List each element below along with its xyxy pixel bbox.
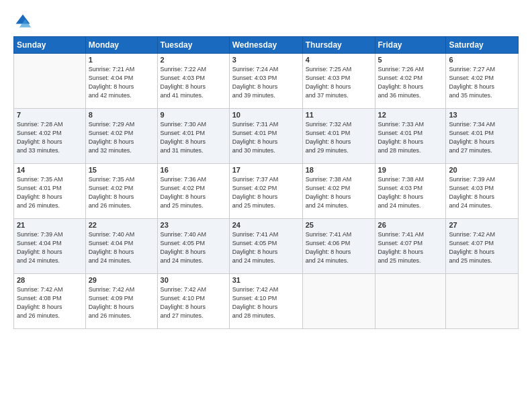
day-number: 12 [378,111,443,119]
day-info: Sunrise: 7:42 AMSunset: 4:10 PMDaylight:… [161,285,226,320]
calendar-cell: 9Sunrise: 7:30 AMSunset: 4:01 PMDaylight… [157,109,229,164]
day-info: Sunrise: 7:25 AMSunset: 4:03 PMDaylight:… [306,65,372,100]
calendar-cell: 7Sunrise: 7:28 AMSunset: 4:02 PMDaylight… [14,109,86,164]
calendar-cell: 15Sunrise: 7:35 AMSunset: 4:02 PMDayligh… [85,164,157,219]
calendar-cell: 31Sunrise: 7:42 AMSunset: 4:10 PMDayligh… [229,274,302,329]
day-info: Sunrise: 7:39 AMSunset: 4:04 PMDaylight:… [17,230,83,265]
calendar-cell: 28Sunrise: 7:42 AMSunset: 4:08 PMDayligh… [14,274,86,329]
day-info: Sunrise: 7:28 AMSunset: 4:02 PMDaylight:… [17,120,83,155]
day-number: 22 [89,221,154,229]
day-number: 31 [232,276,300,284]
calendar-cell: 2Sunrise: 7:22 AMSunset: 4:03 PMDaylight… [157,54,229,109]
day-number: 6 [449,56,515,64]
calendar-cell: 8Sunrise: 7:29 AMSunset: 4:02 PMDaylight… [85,109,157,164]
day-info: Sunrise: 7:42 AMSunset: 4:07 PMDaylight:… [449,230,515,265]
day-number: 26 [378,221,443,229]
day-info: Sunrise: 7:42 AMSunset: 4:10 PMDaylight:… [232,285,300,320]
day-number: 19 [378,166,443,174]
weekday-header-saturday: Saturday [446,37,519,54]
day-number: 3 [232,56,300,64]
day-number: 18 [306,166,372,174]
day-number: 29 [89,276,154,284]
logo [13,12,35,31]
weekday-header-thursday: Thursday [302,37,375,54]
day-number: 30 [161,276,226,284]
day-info: Sunrise: 7:35 AMSunset: 4:01 PMDaylight:… [17,175,83,210]
day-info: Sunrise: 7:36 AMSunset: 4:02 PMDaylight:… [161,175,226,210]
day-info: Sunrise: 7:37 AMSunset: 4:02 PMDaylight:… [232,175,300,210]
calendar-cell: 27Sunrise: 7:42 AMSunset: 4:07 PMDayligh… [446,219,519,274]
calendar-cell: 14Sunrise: 7:35 AMSunset: 4:01 PMDayligh… [14,164,86,219]
calendar-cell: 3Sunrise: 7:24 AMSunset: 4:03 PMDaylight… [229,54,302,109]
day-number: 11 [306,111,372,119]
calendar-week-3: 14Sunrise: 7:35 AMSunset: 4:01 PMDayligh… [14,164,519,219]
calendar-cell: 25Sunrise: 7:41 AMSunset: 4:06 PMDayligh… [302,219,375,274]
day-number: 15 [89,166,154,174]
day-info: Sunrise: 7:27 AMSunset: 4:02 PMDaylight:… [449,65,515,100]
weekday-header-friday: Friday [375,37,446,54]
calendar-cell: 12Sunrise: 7:33 AMSunset: 4:01 PMDayligh… [375,109,446,164]
calendar-cell: 30Sunrise: 7:42 AMSunset: 4:10 PMDayligh… [157,274,229,329]
day-info: Sunrise: 7:24 AMSunset: 4:03 PMDaylight:… [232,65,300,100]
day-number: 17 [232,166,300,174]
calendar-cell: 5Sunrise: 7:26 AMSunset: 4:02 PMDaylight… [375,54,446,109]
calendar-table: SundayMondayTuesdayWednesdayThursdayFrid… [13,36,519,329]
day-info: Sunrise: 7:34 AMSunset: 4:01 PMDaylight:… [449,120,515,155]
calendar-week-5: 28Sunrise: 7:42 AMSunset: 4:08 PMDayligh… [14,274,519,329]
calendar-cell: 22Sunrise: 7:40 AMSunset: 4:04 PMDayligh… [85,219,157,274]
weekday-header-wednesday: Wednesday [229,37,302,54]
day-number: 8 [89,111,154,119]
day-info: Sunrise: 7:41 AMSunset: 4:05 PMDaylight:… [232,230,300,265]
day-number: 24 [232,221,300,229]
calendar-week-2: 7Sunrise: 7:28 AMSunset: 4:02 PMDaylight… [14,109,519,164]
day-number: 2 [161,56,226,64]
day-info: Sunrise: 7:26 AMSunset: 4:02 PMDaylight:… [378,65,443,100]
calendar-cell: 24Sunrise: 7:41 AMSunset: 4:05 PMDayligh… [229,219,302,274]
calendar-cell: 4Sunrise: 7:25 AMSunset: 4:03 PMDaylight… [302,54,375,109]
day-number: 4 [306,56,372,64]
day-info: Sunrise: 7:41 AMSunset: 4:06 PMDaylight:… [306,230,372,265]
header [13,12,519,31]
day-info: Sunrise: 7:31 AMSunset: 4:01 PMDaylight:… [232,120,300,155]
day-info: Sunrise: 7:35 AMSunset: 4:02 PMDaylight:… [89,175,154,210]
calendar-cell: 10Sunrise: 7:31 AMSunset: 4:01 PMDayligh… [229,109,302,164]
day-number: 21 [17,221,83,229]
calendar-cell: 17Sunrise: 7:37 AMSunset: 4:02 PMDayligh… [229,164,302,219]
weekday-header-monday: Monday [85,37,157,54]
calendar-week-1: 1Sunrise: 7:21 AMSunset: 4:04 PMDaylight… [14,54,519,109]
calendar-cell: 1Sunrise: 7:21 AMSunset: 4:04 PMDaylight… [85,54,157,109]
day-number: 20 [449,166,515,174]
calendar-page: SundayMondayTuesdayWednesdayThursdayFrid… [0,0,532,411]
calendar-cell [14,54,86,109]
calendar-cell: 23Sunrise: 7:40 AMSunset: 4:05 PMDayligh… [157,219,229,274]
calendar-cell: 16Sunrise: 7:36 AMSunset: 4:02 PMDayligh… [157,164,229,219]
day-number: 9 [161,111,226,119]
day-number: 16 [161,166,226,174]
weekday-header-tuesday: Tuesday [157,37,229,54]
calendar-cell: 21Sunrise: 7:39 AMSunset: 4:04 PMDayligh… [14,219,86,274]
calendar-cell: 26Sunrise: 7:41 AMSunset: 4:07 PMDayligh… [375,219,446,274]
day-number: 10 [232,111,300,119]
calendar-cell: 20Sunrise: 7:39 AMSunset: 4:03 PMDayligh… [446,164,519,219]
day-info: Sunrise: 7:21 AMSunset: 4:04 PMDaylight:… [89,65,154,100]
calendar-cell: 19Sunrise: 7:38 AMSunset: 4:03 PMDayligh… [375,164,446,219]
day-number: 7 [17,111,83,119]
day-info: Sunrise: 7:29 AMSunset: 4:02 PMDaylight:… [89,120,154,155]
day-number: 1 [89,56,154,64]
day-info: Sunrise: 7:32 AMSunset: 4:01 PMDaylight:… [306,120,372,155]
day-number: 25 [306,221,372,229]
calendar-cell [302,274,375,329]
day-info: Sunrise: 7:33 AMSunset: 4:01 PMDaylight:… [378,120,443,155]
day-number: 13 [449,111,515,119]
day-info: Sunrise: 7:30 AMSunset: 4:01 PMDaylight:… [161,120,226,155]
calendar-cell: 18Sunrise: 7:38 AMSunset: 4:02 PMDayligh… [302,164,375,219]
calendar-week-4: 21Sunrise: 7:39 AMSunset: 4:04 PMDayligh… [14,219,519,274]
calendar-cell [446,274,519,329]
day-number: 28 [17,276,83,284]
calendar-cell [375,274,446,329]
day-info: Sunrise: 7:40 AMSunset: 4:05 PMDaylight:… [161,230,226,265]
day-number: 14 [17,166,83,174]
day-info: Sunrise: 7:38 AMSunset: 4:02 PMDaylight:… [306,175,372,210]
calendar-cell: 29Sunrise: 7:42 AMSunset: 4:09 PMDayligh… [85,274,157,329]
calendar-cell: 11Sunrise: 7:32 AMSunset: 4:01 PMDayligh… [302,109,375,164]
